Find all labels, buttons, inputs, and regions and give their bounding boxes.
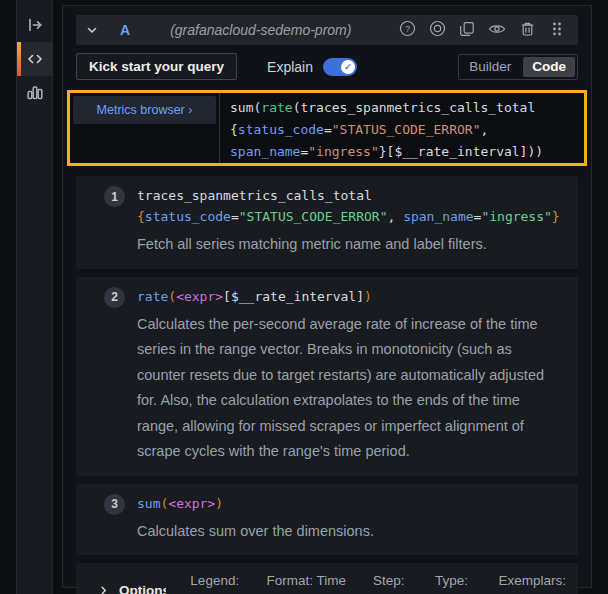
step-description: Calculates sum over the dimensions.: [137, 519, 374, 545]
record-button[interactable]: [426, 19, 448, 41]
query-editor-highlight: Metrics browser › sum(rate(traces_spanme…: [67, 90, 587, 166]
query-editor-panel: A (grafanacloud-sedemo-prom) ?: [62, 5, 592, 588]
options-label: Options: [119, 583, 166, 594]
explain-row-2: 2 rate(<expr>[$__rate_interval]) Calcula…: [76, 277, 578, 476]
left-toolbar: [16, 0, 53, 594]
datasource-name: (grafanacloud-sedemo-prom): [170, 22, 351, 38]
code-view-button[interactable]: [17, 42, 52, 76]
record-icon: [429, 20, 446, 40]
option-format: Format: Timeseries: [267, 571, 347, 594]
duplicate-icon: [459, 21, 475, 40]
query-actions: ?: [396, 19, 568, 41]
code-line: {status_code="STATUS_CODE_ERROR",: [230, 119, 584, 141]
query-row-header[interactable]: A (grafanacloud-sedemo-prom) ?: [76, 15, 578, 45]
chevron-right-icon: [98, 585, 109, 594]
code-line: rate(<expr>[$__rate_interval]): [137, 286, 564, 307]
toggle-check-icon: ✓: [341, 60, 355, 74]
bar-chart-icon: [26, 84, 44, 102]
help-icon: ?: [399, 20, 416, 40]
option-legend: Legend:Verbose: [190, 571, 240, 594]
option-type: Type:Range: [432, 571, 472, 594]
options-summary: Legend:Verbose Format: Timeseries Step:a…: [190, 571, 566, 594]
toggle-visibility-button[interactable]: [486, 19, 508, 41]
explain-label: Explain: [267, 59, 313, 75]
explain-row-1: 1 traces_spanmetrics_calls_total {status…: [76, 176, 578, 269]
explain-toggle[interactable]: ✓: [323, 58, 357, 76]
active-indicator: [17, 42, 21, 76]
code-line: span_name="ingress"}[$__rate_interval])): [230, 141, 584, 163]
help-button[interactable]: ?: [396, 19, 418, 41]
option-step: Step:auto: [373, 571, 405, 594]
promql-code-editor[interactable]: sum(rate(traces_spanmetrics_calls_total …: [220, 93, 584, 163]
step-description: Fetch all series matching metric name an…: [137, 232, 560, 258]
chevron-down-icon: [86, 24, 98, 36]
kick-start-query-button[interactable]: Kick start your query: [76, 53, 237, 80]
builder-mode-button[interactable]: Builder: [459, 55, 521, 79]
code-line: {status_code="STATUS_CODE_ERROR", span_n…: [137, 206, 560, 227]
options-collapsed-row[interactable]: Options Legend:Verbose Format: Timeserie…: [76, 563, 578, 594]
duplicate-query-button[interactable]: [456, 19, 478, 41]
step-description: Calculates the per-second average rate o…: [137, 312, 564, 465]
remove-query-button[interactable]: [516, 19, 538, 41]
code-icon: [26, 50, 44, 68]
visualization-button[interactable]: [17, 76, 52, 110]
expand-pane-icon: [26, 16, 44, 34]
drag-handle-icon: [551, 21, 563, 40]
drag-handle[interactable]: [546, 19, 568, 41]
step-number-badge: 2: [104, 287, 125, 308]
code-line: traces_spanmetrics_calls_total: [137, 185, 560, 206]
explain-row-3: 3 sum(<expr>) Calculates sum over the di…: [76, 484, 578, 556]
metrics-browser-column: Metrics browser ›: [70, 93, 220, 163]
expand-pane-button[interactable]: [17, 8, 52, 42]
eye-icon: [488, 22, 506, 39]
step-number-badge: 3: [104, 494, 125, 515]
step-number-badge: 1: [104, 186, 125, 207]
query-toolbar: Kick start your query Explain ✓ Builder …: [76, 53, 578, 80]
svg-text:?: ?: [405, 24, 410, 34]
code-line: sum(<expr>): [137, 493, 374, 514]
trash-icon: [520, 21, 535, 40]
code-line: sum(rate(traces_spanmetrics_calls_total: [230, 97, 584, 119]
option-exemplars: Exemplars:true: [498, 571, 566, 594]
editor-mode-switch: Builder Code: [458, 54, 578, 80]
metrics-browser-button[interactable]: Metrics browser ›: [73, 96, 216, 124]
query-ref-id: A: [120, 22, 130, 38]
code-mode-button[interactable]: Code: [523, 57, 575, 77]
